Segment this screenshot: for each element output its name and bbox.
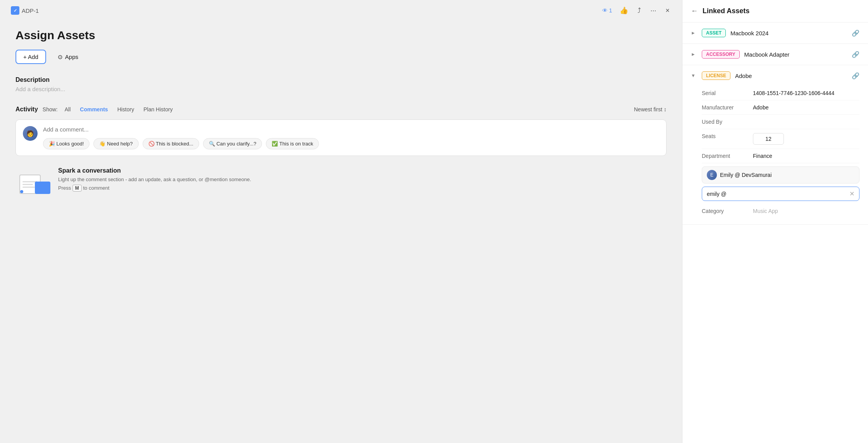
spark-text: Spark a conversation Light up the commen… bbox=[58, 167, 251, 194]
reply-looks-good[interactable]: 🎉 Looks good! bbox=[43, 138, 90, 149]
serial-row: Serial 1408-1551-7746-1230-1606-4444 bbox=[702, 86, 859, 100]
used-by-row: Used By bbox=[702, 115, 859, 129]
key-suffix: to comment bbox=[83, 185, 109, 191]
asset-name-adobe: Adobe bbox=[735, 73, 847, 79]
spark-title: Spark a conversation bbox=[58, 167, 251, 174]
seats-input[interactable] bbox=[753, 133, 784, 145]
description-placeholder[interactable]: Add a description... bbox=[16, 86, 666, 92]
view-number: 1 bbox=[609, 7, 612, 14]
used-by-label: Used By bbox=[702, 119, 748, 125]
asset-row-macbook: ► ASSET Macbook 2024 🔗 bbox=[682, 22, 868, 43]
tag-accessory: ACCESSORY bbox=[702, 50, 740, 59]
spark-illustration bbox=[16, 167, 50, 194]
top-bar-left: ✓ ADP-1 bbox=[11, 6, 39, 15]
user-search-input[interactable] bbox=[707, 191, 849, 197]
apps-label: Apps bbox=[65, 54, 78, 60]
unlink-macbook-icon[interactable]: 🔗 bbox=[852, 29, 859, 37]
action-bar: + Add ⊙ Apps bbox=[16, 50, 666, 64]
show-label: Show: bbox=[43, 106, 58, 112]
asset-item-adobe: ▼ LICENSE Adobe 🔗 Serial 1408-1551-7746-… bbox=[682, 65, 868, 225]
chevron-macbook[interactable]: ► bbox=[691, 30, 697, 36]
share-button[interactable]: ⤴ bbox=[636, 5, 642, 16]
panel-title: Linked Assets bbox=[703, 7, 749, 15]
chevron-adapter[interactable]: ► bbox=[691, 52, 697, 57]
manufacturer-value: Adobe bbox=[753, 104, 859, 111]
chevron-adobe[interactable]: ▼ bbox=[691, 73, 697, 78]
serial-value: 1408-1551-7746-1230-1606-4444 bbox=[753, 90, 859, 96]
target-icon: ⊙ bbox=[58, 54, 63, 61]
user-tag-name: Emily @ DevSamurai bbox=[720, 172, 772, 178]
department-row: Department Finance bbox=[702, 149, 859, 163]
asset-item-macbook: ► ASSET Macbook 2024 🔗 bbox=[682, 22, 868, 44]
press-hint: Press M to comment bbox=[58, 185, 251, 192]
comment-inner: 🎉 Looks good! 👋 Need help? 🚫 This is blo… bbox=[43, 126, 659, 149]
description-label: Description bbox=[16, 76, 666, 83]
manufacturer-row: Manufacturer Adobe bbox=[702, 100, 859, 115]
top-bar-right: 👁 1 👍 ⤴ ··· × bbox=[602, 5, 671, 16]
task-id-label: ADP-1 bbox=[22, 7, 39, 14]
clear-search-button[interactable]: ✕ bbox=[849, 190, 854, 197]
spark-section: Spark a conversation Light up the commen… bbox=[16, 167, 666, 194]
activity-left: Activity Show: All Comments History Plan… bbox=[16, 105, 177, 114]
like-button[interactable]: 👍 bbox=[618, 5, 630, 16]
panel-header: ← Linked Assets bbox=[682, 0, 868, 22]
filter-all[interactable]: All bbox=[61, 105, 75, 114]
top-bar: ✓ ADP-1 👁 1 👍 ⤴ ··· × bbox=[0, 0, 682, 21]
asset-row-adobe: ▼ LICENSE Adobe 🔗 bbox=[682, 65, 868, 86]
category-value: Music App bbox=[753, 208, 778, 214]
spark-description: Light up the comment section - add an up… bbox=[58, 177, 251, 182]
manufacturer-label: Manufacturer bbox=[702, 104, 748, 111]
filter-plan-history[interactable]: Plan History bbox=[140, 105, 176, 114]
tag-license: LICENSE bbox=[702, 71, 730, 80]
filter-history[interactable]: History bbox=[114, 105, 138, 114]
user-tag-avatar: E bbox=[707, 170, 717, 180]
department-label: Department bbox=[702, 153, 748, 159]
user-avatar: 🧑 bbox=[23, 126, 38, 141]
sort-button[interactable]: Newest first ↕ bbox=[634, 106, 666, 112]
activity-title: Activity bbox=[16, 106, 38, 113]
unlink-adobe-icon[interactable]: 🔗 bbox=[852, 72, 859, 80]
activity-header: Activity Show: All Comments History Plan… bbox=[16, 105, 666, 114]
asset-item-adapter: ► ACCESSORY Macbook Adapter 🔗 bbox=[682, 44, 868, 65]
eye-icon: 👁 bbox=[602, 7, 608, 14]
unlink-adapter-icon[interactable]: 🔗 bbox=[852, 51, 859, 58]
tag-asset: ASSET bbox=[702, 29, 726, 37]
comment-row: 🧑 🎉 Looks good! 👋 Need help? 🚫 This is b… bbox=[23, 126, 659, 149]
m-key: M bbox=[72, 185, 82, 192]
apps-button[interactable]: ⊙ Apps bbox=[51, 50, 85, 64]
page-body: Assign Assets + Add ⊙ Apps Description A… bbox=[0, 21, 682, 209]
activity-filters: Show: All Comments History Plan History bbox=[43, 105, 177, 114]
license-details: Serial 1408-1551-7746-1230-1606-4444 Man… bbox=[682, 86, 868, 224]
reply-on-track[interactable]: ✅ This is on track bbox=[266, 138, 319, 149]
comment-box: 🧑 🎉 Looks good! 👋 Need help? 🚫 This is b… bbox=[16, 119, 666, 156]
category-label: Category bbox=[702, 208, 748, 214]
reply-blocked[interactable]: 🚫 This is blocked... bbox=[143, 138, 199, 149]
reply-need-help[interactable]: 👋 Need help? bbox=[93, 138, 138, 149]
asset-name-macbook: Macbook 2024 bbox=[730, 30, 847, 36]
press-label: Press bbox=[58, 185, 71, 191]
user-search-wrap: ✕ bbox=[702, 187, 859, 201]
used-by-section: E Emily @ DevSamurai ✕ Category Music Ap… bbox=[702, 166, 859, 218]
filter-comments[interactable]: Comments bbox=[76, 105, 112, 114]
category-row: Category Music App bbox=[702, 204, 859, 218]
quick-replies: 🎉 Looks good! 👋 Need help? 🚫 This is blo… bbox=[43, 138, 659, 149]
comment-input[interactable] bbox=[43, 126, 659, 133]
back-button[interactable]: ← bbox=[691, 7, 698, 15]
user-tag: E Emily @ DevSamurai bbox=[702, 166, 859, 183]
department-value: Finance bbox=[753, 153, 859, 159]
view-count: 👁 1 bbox=[602, 7, 612, 14]
serial-label: Serial bbox=[702, 90, 748, 96]
more-button[interactable]: ··· bbox=[649, 5, 658, 16]
asset-row-adapter: ► ACCESSORY Macbook Adapter 🔗 bbox=[682, 44, 868, 65]
asset-name-adapter: Macbook Adapter bbox=[744, 51, 847, 58]
task-icon: ✓ bbox=[11, 6, 19, 15]
seats-label: Seats bbox=[702, 133, 748, 139]
add-button[interactable]: + Add bbox=[16, 50, 46, 64]
reply-clarify[interactable]: 🔍 Can you clarify...? bbox=[203, 138, 262, 149]
close-button[interactable]: × bbox=[664, 5, 671, 16]
task-id-badge: ✓ ADP-1 bbox=[11, 6, 39, 15]
page-title: Assign Assets bbox=[16, 29, 666, 42]
seats-row: Seats bbox=[702, 129, 859, 149]
right-panel: ← Linked Assets ► ASSET Macbook 2024 🔗 ►… bbox=[682, 0, 868, 443]
